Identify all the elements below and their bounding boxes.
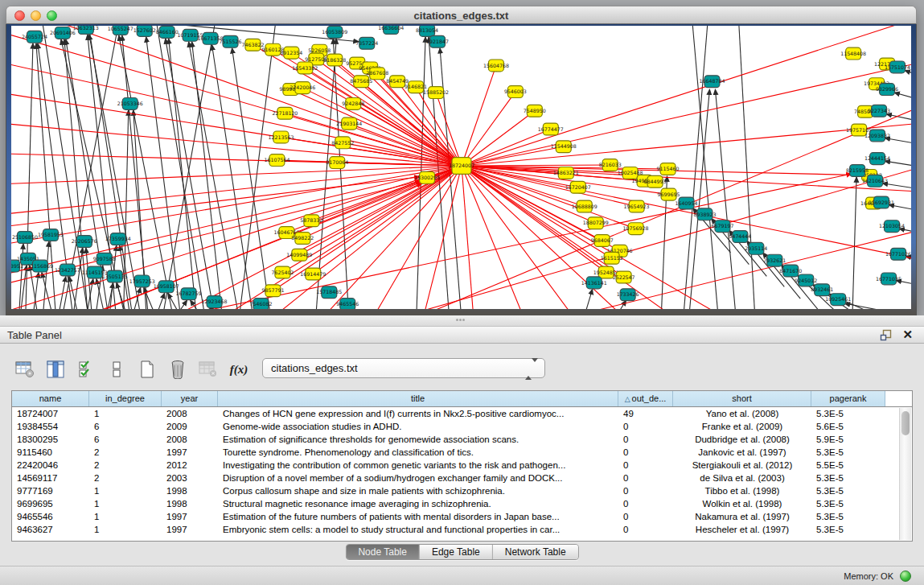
table-vertical-scrollbar[interactable] [899,408,911,540]
table-source-dropdown[interactable]: citations_edges.txt [262,358,545,378]
graph-node[interactable]: 11544908 [551,141,577,153]
scrollbar-thumb[interactable] [901,411,910,435]
show-columns-button[interactable] [42,357,69,381]
graph-node[interactable]: 12444154 [864,153,890,165]
graph-node[interactable]: 8813054 [416,26,438,36]
divider-grip-icon[interactable] [456,319,467,323]
graph-node[interactable]: 7546082 [249,299,272,309]
tab-node-table[interactable]: Node Table [346,545,420,559]
table-row[interactable]: 911546021997Tourette syndrome. Phenomeno… [12,446,912,459]
table-row[interactable]: 1872400712008Changes of HCN gene express… [12,407,912,420]
graph-node[interactable]: 18724007 [449,158,474,175]
graph-node[interactable]: 9699695 [658,188,680,200]
table-row[interactable]: 969969511998Structural magnetic resonanc… [12,497,912,510]
graph-node[interactable]: 15718485 [316,286,342,299]
graph-node-label: 6844993 [644,179,667,184]
column-header-year[interactable]: year [162,391,218,406]
black-edge [180,300,187,309]
table-row[interactable]: 2242004622012Investigating the contribut… [12,459,912,472]
unselect-button[interactable] [103,357,130,381]
graph-node[interactable]: 24055724 [22,31,47,43]
graph-node[interactable]: 16771035 [876,273,901,285]
function-builder-button[interactable]: f(x) [225,357,253,381]
graph-node[interactable]: 11548408 [840,47,866,60]
graph-node[interactable]: 9546003 [504,86,527,98]
graph-node-label: 7463822 [241,42,264,47]
table-row[interactable]: 1456911722003Disruption of a novel membe… [12,472,912,484]
header-filler [885,391,912,406]
graph-node[interactable]: 10632313 [73,26,99,34]
graph-node[interactable]: 16782759 [176,288,202,300]
column-header-out_de[interactable]: △out_de... [618,391,673,406]
table-cell: Estimation of significance thresholds fo… [218,433,618,446]
table-row[interactable]: 946362711997Embryonic stem cells: a mode… [12,523,912,536]
table-row[interactable]: 946554611997Estimation of the future num… [12,510,912,523]
graph-node[interactable]: 21053346 [117,97,143,109]
graph-node[interactable]: 8170064 [326,157,348,169]
tab-edge-table[interactable]: Edge Table [420,545,493,559]
graph-node[interactable]: 9115460 [657,163,680,175]
graph-node[interactable]: 2935114 [745,242,767,254]
graph-node[interactable]: 7357224 [355,37,378,49]
graph-node-label: 8215958 [846,167,869,173]
close-panel-icon[interactable]: ✕ [902,328,913,342]
network-canvas[interactable]: 7463822916012889123545226058912750516543… [11,26,911,309]
graph-node[interactable]: 10655247 [108,26,133,35]
graph-node[interactable]: 25106850 [12,232,38,244]
column-header-name[interactable]: name [12,391,89,406]
graph-node[interactable]: 8938923 [693,208,716,220]
graph-node[interactable]: 20691406 [50,27,76,39]
graph-node[interactable]: 9474444 [729,231,751,243]
delete-column-button[interactable] [164,357,191,381]
black-edge [333,39,348,309]
graph-node-label: 7932621 [763,257,786,263]
graph-node[interactable]: 20206576 [72,236,97,248]
graph-node[interactable]: 8475685 [350,76,372,88]
graph-node[interactable]: 12103054 [879,220,905,233]
delete-table-button-disabled[interactable] [195,357,222,381]
graph-node[interactable]: 10756928 [623,223,649,235]
graph-node[interactable]: 14099489 [286,249,312,261]
float-panel-icon[interactable] [880,329,892,341]
table-cell: 1998 [162,497,218,510]
table-row[interactable]: 1830029562008Estimation of significance … [12,433,912,446]
graph-node[interactable]: 16774477 [538,123,564,135]
graph-node[interactable]: 16053809 [322,26,347,38]
window-titlebar[interactable]: citations_edges.txt [6,6,917,24]
table-cell: Tourette syndrome. Phenomenology and cla… [218,446,618,459]
table-row[interactable]: 1938455462009Genome-wide association stu… [12,420,912,433]
table-body: 1872400712008Changes of HCN gene express… [12,407,912,536]
graph-node[interactable]: 9465546 [336,299,359,309]
graph-node-label: 1921847 [426,39,449,44]
table-cell: Estimation of the future numbers of pati… [218,510,618,523]
graph-node[interactable]: 7548950 [524,105,546,117]
graph-node[interactable]: 1527602 [133,26,156,36]
graph-node[interactable]: 7625402 [271,266,294,278]
select-all-button[interactable] [72,357,100,381]
graph-node[interactable]: 16107564 [264,154,290,167]
table-source-value: citations_edges.txt [271,362,358,374]
graph-node[interactable]: 15604768 [483,60,509,72]
table-settings-button[interactable] [11,357,39,381]
column-header-title[interactable]: title [218,391,618,406]
graph-node[interactable]: 19654923 [624,200,650,212]
red-edge [462,65,496,166]
graph-node[interactable]: 12923468 [202,296,228,308]
graph-node[interactable]: 8427552 [331,137,354,149]
graph-node-label: 19654923 [624,204,650,209]
graph-node[interactable]: 12213563 [268,131,294,143]
column-header-pagerank[interactable]: pagerank [811,391,885,406]
graph-node-label: 9465546 [336,301,359,307]
new-column-button[interactable] [133,357,161,381]
table-row[interactable]: 977716911998Corpus callosum shape and si… [12,484,912,497]
panel-split-divider[interactable] [0,315,924,327]
column-header-in_degree[interactable]: in_degree [89,391,162,406]
graph-node[interactable]: 19581955 [38,229,64,241]
graph-node[interactable]: 1733426 [617,289,639,301]
tab-network-table[interactable]: Network Table [493,545,578,559]
graph-node[interactable]: 10771026 [885,248,911,260]
graph-node[interactable]: 16636604 [378,26,404,34]
graph-node[interactable]: 10688809 [572,200,598,212]
red-edge [11,122,462,166]
column-header-short[interactable]: short [673,391,811,406]
